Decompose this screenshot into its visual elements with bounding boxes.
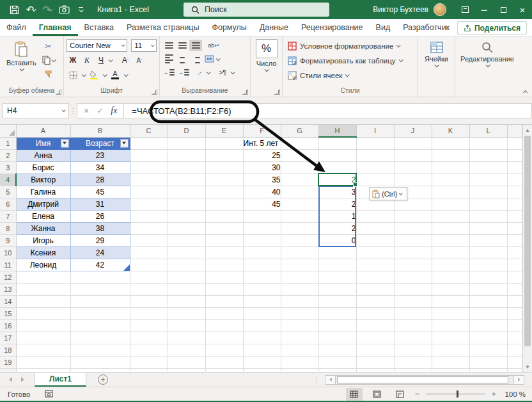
next-sheet-icon[interactable] [21,377,24,382]
cell-A1[interactable]: Имя [16,137,70,149]
cell-C13[interactable] [130,283,168,295]
filter-dropdown-icon[interactable] [61,139,69,147]
cell-B1[interactable]: Возраст [70,137,130,149]
cell-J10[interactable] [394,246,432,259]
horizontal-scroll-thumb[interactable] [337,376,508,383]
cell-I12[interactable] [356,271,394,283]
cell-F11[interactable] [243,259,281,271]
cell-H14[interactable] [318,295,356,307]
cell-K1[interactable] [432,137,469,149]
cell-J17[interactable] [394,332,432,344]
font-name-select[interactable]: Courier New [66,39,127,52]
conditional-formatting-button[interactable]: Условное форматирование [288,39,400,52]
borders-button[interactable] [66,69,79,81]
cell-J16[interactable] [394,319,432,332]
row-header-18[interactable]: 18 [0,344,16,356]
cell-H4[interactable]: 2 [318,173,356,186]
cell-K16[interactable] [432,319,469,332]
cell-A10[interactable]: Ксения [16,246,70,259]
wrap-text-button[interactable]: ab↩ [207,40,220,51]
cell-L11[interactable] [469,259,507,271]
cell-H9[interactable]: 0 [318,234,356,246]
cell-I10[interactable] [356,246,394,259]
cell-A3[interactable]: Борис [16,161,70,173]
cell-G12[interactable] [281,271,318,283]
cells-button[interactable]: Ячейки [421,39,452,69]
tab-home[interactable]: Главная [33,19,78,36]
cell-J4[interactable] [394,173,432,186]
cell-B12[interactable] [70,271,130,283]
cell-L7[interactable] [469,210,507,222]
cell-H17[interactable] [318,332,356,344]
cell-K8[interactable] [432,222,469,234]
cell-A11[interactable]: Леонид [16,259,70,271]
cell-L8[interactable] [469,222,507,234]
row-header-4[interactable]: 4 [0,173,16,186]
text-direction-button[interactable]: >¶ [216,67,229,78]
ribbon-display-options-icon[interactable] [455,0,474,19]
tab-file[interactable]: Файл [0,19,33,36]
cell-D10[interactable] [168,246,205,259]
cell-E1[interactable] [205,137,243,149]
cell-D4[interactable] [168,173,205,186]
cell-I17[interactable] [356,332,394,344]
cell-I3[interactable] [356,161,394,173]
cell-B2[interactable]: 23 [70,149,130,161]
cell-H18[interactable] [318,344,356,356]
col-header-H[interactable]: H [318,125,356,137]
cell-H1[interactable] [318,137,356,149]
add-sheet-button[interactable]: + [98,374,108,385]
cell-H11[interactable] [318,259,356,271]
cell-L9[interactable] [469,234,507,246]
cell-H16[interactable] [318,319,356,332]
cell-C11[interactable] [130,259,168,271]
cell-E8[interactable] [205,222,243,234]
cell-E9[interactable] [205,234,243,246]
cell-B17[interactable] [70,332,130,344]
row-header-2[interactable]: 2 [0,149,16,161]
cell-J13[interactable] [394,283,432,295]
cell-K2[interactable] [432,149,469,161]
row-header-8[interactable]: 8 [0,222,16,234]
cell-D13[interactable] [168,283,205,295]
cell-A13[interactable] [16,283,70,295]
vertical-scroll-thumb[interactable] [524,136,531,346]
col-header-C[interactable]: C [130,125,168,137]
cell-J2[interactable] [394,149,432,161]
share-button[interactable]: Поделиться [457,21,527,35]
row-header-13[interactable]: 13 [0,283,16,295]
cell-A15[interactable] [16,307,70,319]
zoom-level[interactable]: 100 % [503,390,526,398]
customize-qat-button[interactable] [73,2,88,17]
cell-D2[interactable] [168,149,205,161]
cell-J8[interactable] [394,222,432,234]
cell-C12[interactable] [130,271,168,283]
cell-E10[interactable] [205,246,243,259]
cell-I13[interactable] [356,283,394,295]
formula-input[interactable]: =ЧАСТОТА(B2:B11;F2:F6) [124,103,532,118]
cell-A14[interactable] [16,295,70,307]
cell-F9[interactable] [243,234,281,246]
font-dialog-launcher[interactable] [152,89,157,95]
cell-F18[interactable] [243,344,281,356]
cell-H10[interactable] [318,246,356,259]
cell-J11[interactable] [394,259,432,271]
cell-K19[interactable] [432,356,469,368]
cell-I18[interactable] [356,344,394,356]
cell-F16[interactable] [243,319,281,332]
select-all-corner[interactable] [0,125,16,137]
col-header-I[interactable]: I [356,125,394,137]
cell-G3[interactable] [281,161,318,173]
cell-G17[interactable] [281,332,318,344]
cell-G1[interactable] [281,137,318,149]
align-right-icon[interactable] [189,53,202,65]
cell-F3[interactable]: 30 [243,161,281,173]
cell-G10[interactable] [281,246,318,259]
zoom-slider-handle[interactable] [457,390,458,398]
cell-I8[interactable] [356,222,394,234]
col-header-J[interactable]: J [394,125,432,137]
camera-icon[interactable] [56,2,72,17]
cell-F10[interactable] [243,246,281,259]
format-as-table-button[interactable]: Форматировать как таблицу [288,54,402,67]
cell-C2[interactable] [130,149,168,161]
